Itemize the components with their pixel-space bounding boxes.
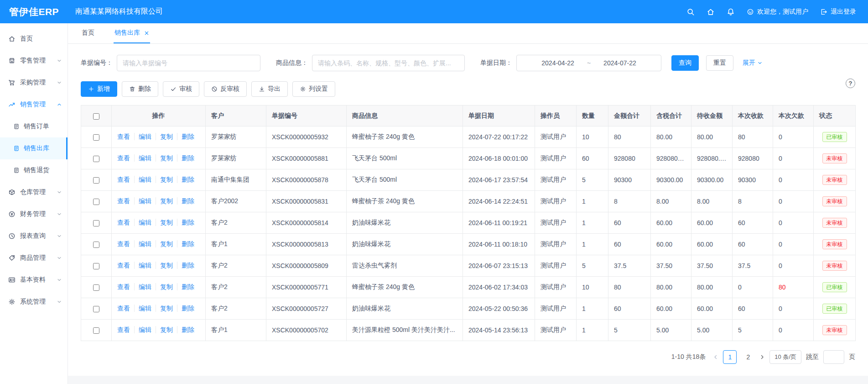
copy-link[interactable]: 复制 <box>156 326 173 333</box>
page-button-1[interactable]: 1 <box>723 350 737 364</box>
edit-link[interactable]: 编辑 <box>134 262 151 269</box>
received-cell: 90300 <box>733 169 773 191</box>
copy-link[interactable]: 复制 <box>156 262 173 269</box>
row-checkbox[interactable] <box>93 284 99 291</box>
row-checkbox[interactable] <box>93 177 99 184</box>
delete-link[interactable]: 删除 <box>177 240 194 247</box>
view-link[interactable]: 查看 <box>117 176 130 183</box>
copy-link[interactable]: 复制 <box>156 283 173 290</box>
view-link[interactable]: 查看 <box>117 326 130 333</box>
copy-link[interactable]: 复制 <box>156 240 173 247</box>
date-range-picker[interactable]: 2024-04-22 ~ 2024-07-22 <box>516 55 661 71</box>
sidebar-item-reports[interactable]: 报表查询 <box>0 225 68 247</box>
edit-link[interactable]: 编辑 <box>134 219 151 226</box>
close-icon[interactable] <box>144 31 149 36</box>
sidebar-item-sales[interactable]: 销售管理 <box>0 94 68 116</box>
tab-home[interactable]: 首页 <box>81 23 95 43</box>
sidebar-item-products[interactable]: 商品管理 <box>0 247 68 269</box>
view-link[interactable]: 查看 <box>117 133 130 140</box>
logout-button[interactable]: 退出登录 <box>820 8 856 16</box>
copy-link[interactable]: 复制 <box>156 154 173 162</box>
export-button[interactable]: 导出 <box>251 81 288 97</box>
tab-sales-outbound[interactable]: 销售出库 <box>114 23 150 43</box>
row-checkbox[interactable] <box>93 199 99 205</box>
view-link[interactable]: 查看 <box>117 262 130 269</box>
page-size-select[interactable]: 10 条/页 <box>769 350 801 364</box>
add-button[interactable]: 新增 <box>81 81 117 97</box>
row-actions: 查看编辑复制删除 <box>112 126 206 148</box>
sidebar-item-finance[interactable]: 财务管理 <box>0 203 68 225</box>
jump-page-input[interactable] <box>823 350 844 364</box>
delete-link[interactable]: 删除 <box>177 133 194 140</box>
sidebar-item-sales-order[interactable]: 销售订单 <box>0 116 68 137</box>
bill-no-input[interactable] <box>117 55 260 71</box>
product-info-input[interactable] <box>312 55 465 71</box>
row-checkbox[interactable] <box>93 306 99 312</box>
view-link[interactable]: 查看 <box>117 305 130 312</box>
copy-link[interactable]: 复制 <box>156 176 173 183</box>
delete-link[interactable]: 删除 <box>177 305 194 312</box>
row-checkbox[interactable] <box>93 242 99 248</box>
trend-up-icon <box>8 101 16 108</box>
sidebar-item-warehouse[interactable]: 仓库管理 <box>0 181 68 203</box>
sidebar-item-sales-outbound[interactable]: 销售出库 <box>0 137 68 159</box>
row-checkbox[interactable] <box>93 156 99 162</box>
copy-link[interactable]: 复制 <box>156 305 173 312</box>
sidebar-item-purchase[interactable]: 采购管理 <box>0 72 68 94</box>
expand-link[interactable]: 展开 <box>743 59 763 67</box>
edit-link[interactable]: 编辑 <box>134 283 151 290</box>
unaudit-button[interactable]: 反审核 <box>204 81 247 97</box>
copy-link[interactable]: 复制 <box>156 219 173 226</box>
help-icon[interactable] <box>846 79 855 88</box>
page-button-2[interactable]: 2 <box>741 350 755 364</box>
edit-link[interactable]: 编辑 <box>134 240 151 247</box>
next-page-icon[interactable] <box>759 354 765 360</box>
edit-link[interactable]: 编辑 <box>134 197 151 205</box>
delete-link[interactable]: 删除 <box>177 326 194 333</box>
user-menu[interactable]: 欢迎您，测试用户 <box>747 8 808 16</box>
view-link[interactable]: 查看 <box>117 154 130 162</box>
audit-button[interactable]: 审核 <box>163 81 199 97</box>
delete-link[interactable]: 删除 <box>177 154 194 162</box>
column-settings-button[interactable]: 列设置 <box>292 81 335 97</box>
document-icon <box>13 123 20 130</box>
delete-link[interactable]: 删除 <box>177 176 194 183</box>
date-from[interactable]: 2024-04-22 <box>541 59 574 67</box>
view-link[interactable]: 查看 <box>117 197 130 205</box>
copy-link[interactable]: 复制 <box>156 197 173 205</box>
search-icon[interactable] <box>686 8 695 16</box>
reset-button[interactable]: 重置 <box>706 55 733 71</box>
row-checkbox[interactable] <box>93 327 99 334</box>
bell-icon[interactable] <box>727 8 735 16</box>
edit-link[interactable]: 编辑 <box>134 326 151 333</box>
edit-link[interactable]: 编辑 <box>134 154 151 162</box>
sidebar-item-basic-data[interactable]: 基本资料 <box>0 269 68 291</box>
edit-link[interactable]: 编辑 <box>134 305 151 312</box>
delete-link[interactable]: 删除 <box>177 283 194 290</box>
row-checkbox[interactable] <box>93 134 99 141</box>
edit-link[interactable]: 编辑 <box>134 133 151 140</box>
view-link[interactable]: 查看 <box>117 219 130 226</box>
qty-cell: 5 <box>577 169 608 191</box>
delete-button[interactable]: 删除 <box>122 81 158 97</box>
prev-page-icon[interactable] <box>713 354 718 360</box>
view-link[interactable]: 查看 <box>117 283 130 290</box>
delete-link[interactable]: 删除 <box>177 197 194 205</box>
select-all-checkbox[interactable] <box>93 113 99 120</box>
search-button[interactable]: 查询 <box>671 55 699 71</box>
sidebar-item-system[interactable]: 系统管理 <box>0 291 68 313</box>
sidebar-item-sales-return[interactable]: 销售退货 <box>0 159 68 181</box>
table-row: 查看编辑复制删除 客户2 XSCK00000005771 蜂蜜柚子茶 240g … <box>81 277 856 298</box>
row-checkbox[interactable] <box>93 263 99 269</box>
home-icon[interactable] <box>707 8 715 16</box>
copy-link[interactable]: 复制 <box>156 133 173 140</box>
sidebar-item-home[interactable]: 首页 <box>0 28 68 50</box>
row-checkbox[interactable] <box>93 220 99 226</box>
view-link[interactable]: 查看 <box>117 240 130 247</box>
edit-link[interactable]: 编辑 <box>134 176 151 183</box>
date-to[interactable]: 2024-07-22 <box>603 59 636 67</box>
coin-icon <box>8 210 16 218</box>
delete-link[interactable]: 删除 <box>177 262 194 269</box>
sidebar-item-retail[interactable]: 零售管理 <box>0 50 68 72</box>
delete-link[interactable]: 删除 <box>177 219 194 226</box>
